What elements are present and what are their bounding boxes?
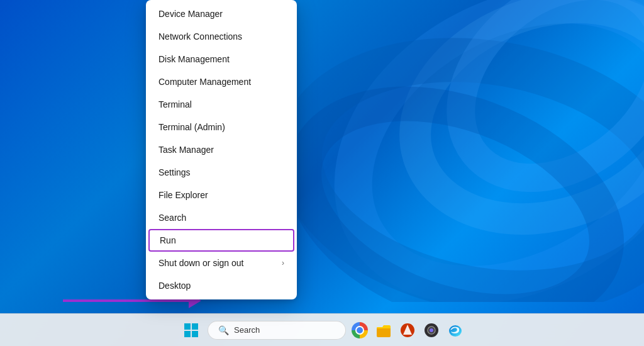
chrome-logo-icon [352,322,368,338]
submenu-chevron-icon: › [282,259,284,267]
menu-item-settings[interactable]: Settings [146,161,297,184]
svg-rect-5 [184,323,191,330]
directx-icon [399,322,416,338]
menu-item-desktop[interactable]: Desktop [146,274,297,297]
taskbar-file-explorer-icon[interactable] [374,320,394,340]
menu-item-terminal[interactable]: Terminal [146,93,297,116]
svg-rect-9 [377,327,391,337]
edge-icon [447,322,464,338]
menu-item-computer-management[interactable]: Computer Management [146,70,297,93]
arrow-line [63,299,189,302]
menu-item-network-connections[interactable]: Network Connections [146,25,297,48]
taskbar-search-bar[interactable]: 🔍 Search [208,321,346,340]
menu-item-file-explorer[interactable]: File Explorer [146,184,297,206]
search-icon: 🔍 [218,325,229,335]
svg-point-14 [430,328,433,332]
menu-item-device-manager[interactable]: Device Manager [146,3,297,25]
menu-item-task-manager[interactable]: Task Manager [146,138,297,161]
svg-rect-7 [184,331,191,337]
desktop-wallpaper-art [298,0,644,302]
menu-item-shut-down-sign-out[interactable]: Shut down or sign out › [146,252,297,274]
taskbar-directx-icon[interactable] [397,320,418,340]
taskbar-obs-icon[interactable] [421,320,441,340]
taskbar-chrome-icon[interactable] [350,320,370,340]
windows-logo-icon [184,323,198,337]
menu-item-disk-management[interactable]: Disk Management [146,48,297,70]
obs-icon [423,322,440,338]
taskbar-center: 🔍 Search [179,318,465,343]
taskbar-search-label: Search [234,325,260,335]
menu-item-run[interactable]: Run [148,229,294,252]
context-menu: Device Manager Network Connections Disk … [146,0,297,299]
svg-rect-8 [192,331,198,337]
taskbar-edge-icon[interactable] [445,320,465,340]
desktop: Device Manager Network Connections Disk … [0,0,644,346]
file-explorer-icon [375,322,392,338]
taskbar: 🔍 Search [0,313,644,346]
svg-rect-6 [192,323,198,330]
menu-item-terminal-admin[interactable]: Terminal (Admin) [146,116,297,138]
start-button[interactable] [179,318,204,343]
menu-item-search[interactable]: Search [146,206,297,229]
